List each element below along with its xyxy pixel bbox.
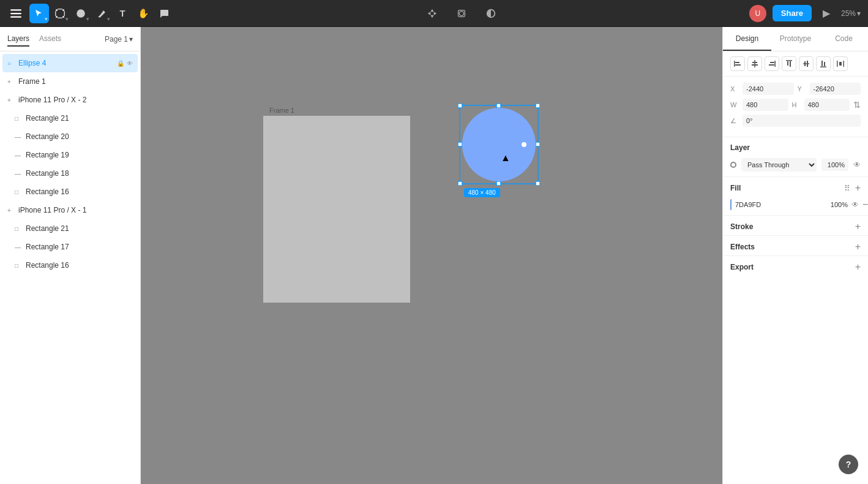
fill-add-button[interactable]: + <box>855 183 861 193</box>
distribute-h-button[interactable] <box>833 56 848 71</box>
layer-name: Ellipse 4 <box>18 59 114 67</box>
layer-name: Rectangle 21 <box>26 114 133 123</box>
layer-icon-rect: □ <box>15 262 23 269</box>
help-button[interactable]: ? <box>839 455 858 474</box>
fill-visibility-icon[interactable]: 👁 <box>851 200 859 209</box>
effects-section-header: Effects + <box>723 236 868 255</box>
x-label: X <box>730 85 739 93</box>
align-top-button[interactable] <box>782 56 796 71</box>
svg-point-13 <box>459 11 463 15</box>
layer-item-rect17[interactable]: — Rectangle 17 <box>2 238 138 256</box>
theme-tool[interactable] <box>481 4 501 23</box>
tab-design[interactable]: Design <box>723 27 771 51</box>
lock-icon[interactable]: 🔒 <box>117 60 124 67</box>
play-button[interactable]: ▶ <box>818 5 835 22</box>
layer-icon-rect: — <box>15 244 23 251</box>
frame-label: Frame 1 <box>269 107 294 114</box>
layer-item-frame1[interactable]: + Frame 1 <box>2 72 138 91</box>
align-middle-button[interactable] <box>799 56 814 71</box>
h-input[interactable] <box>804 99 850 111</box>
visibility-icon[interactable]: 👁 <box>127 60 133 67</box>
tab-prototype[interactable]: Prototype <box>771 27 820 51</box>
select-tool[interactable]: ▾ <box>29 4 49 23</box>
angle-input[interactable] <box>743 115 861 127</box>
layer-item-iphone1[interactable]: + iPhone 11 Pro / X - 1 <box>2 201 138 219</box>
frame-tool[interactable]: ▾ <box>50 4 70 23</box>
w-input[interactable] <box>743 99 788 111</box>
export-section-header: Export + <box>723 256 868 276</box>
fill-opacity-input[interactable] <box>823 201 848 208</box>
alignment-tools <box>723 51 868 77</box>
ellipse-group[interactable]: ▲ 480 × 480 <box>458 104 540 186</box>
x-input[interactable] <box>743 83 794 95</box>
svg-rect-5 <box>56 16 58 18</box>
tab-layers[interactable]: Layers <box>7 32 29 47</box>
svg-rect-9 <box>55 11 56 16</box>
page-selector[interactable]: Page 1 ▾ <box>105 35 133 43</box>
constrain-proportions-button[interactable]: ⇅ <box>853 100 861 110</box>
shape-tool[interactable]: ▾ <box>71 4 91 23</box>
layer-item-rect16a[interactable]: □ Rectangle 16 <box>2 183 138 201</box>
main-area: Layers Assets Page 1 ▾ ○ Ellipse 4 🔒 👁 +… <box>0 27 868 484</box>
svg-rect-25 <box>734 61 735 67</box>
pen-tool[interactable]: ▾ <box>92 4 111 23</box>
blend-mode-select[interactable]: Pass Through <box>741 158 817 172</box>
layer-item-rect18[interactable]: — Rectangle 18 <box>2 164 138 183</box>
canvas-area[interactable]: Frame 1 <box>141 27 722 484</box>
layer-actions: 🔒 👁 <box>117 60 133 67</box>
zoom-selector[interactable]: 25% ▾ <box>841 9 861 18</box>
layer-item-iphone2[interactable]: + iPhone 11 Pro / X - 2 <box>2 91 138 109</box>
layer-icon-frame: + <box>7 78 16 85</box>
layer-item-rect21b[interactable]: □ Rectangle 21 <box>2 219 138 238</box>
layer-name: Rectangle 20 <box>26 132 133 141</box>
position-angle-row: ∠ <box>730 115 861 127</box>
layer-icon-rect: — <box>15 134 23 140</box>
layer-visibility-icon[interactable]: 👁 <box>853 161 861 169</box>
text-tool[interactable]: T <box>113 4 132 23</box>
layer-opacity-input[interactable] <box>821 159 848 171</box>
layer-item-rect16b[interactable]: □ Rectangle 16 <box>2 256 138 274</box>
layer-item-rect21a[interactable]: □ Rectangle 21 <box>2 109 138 127</box>
component-tool[interactable] <box>422 4 442 23</box>
menu-icon[interactable] <box>7 5 24 22</box>
stroke-add-button[interactable]: + <box>855 222 861 232</box>
svg-rect-1 <box>10 12 21 13</box>
svg-rect-45 <box>839 62 842 66</box>
svg-rect-40 <box>820 67 826 68</box>
tab-assets[interactable]: Assets <box>39 32 61 47</box>
effects-add-button[interactable]: + <box>855 242 861 252</box>
svg-rect-21 <box>496 181 501 186</box>
layer-icon-ellipse: ○ <box>7 60 16 67</box>
align-center-h-button[interactable] <box>747 56 762 71</box>
svg-rect-32 <box>770 62 774 63</box>
layer-section-header: Layer <box>723 137 868 156</box>
align-left-button[interactable] <box>730 56 745 71</box>
align-bottom-button[interactable] <box>816 56 831 71</box>
frame-rect <box>263 116 410 303</box>
export-add-button[interactable]: + <box>855 262 861 272</box>
layer-item-rect20[interactable]: — Rectangle 20 <box>2 127 138 146</box>
left-panel: Layers Assets Page 1 ▾ ○ Ellipse 4 🔒 👁 +… <box>0 27 141 484</box>
share-button[interactable]: Share <box>773 5 812 21</box>
fill-style-icon[interactable]: ⠿ <box>844 184 850 193</box>
svg-rect-31 <box>775 61 776 67</box>
fill-remove-button[interactable]: − <box>862 200 868 210</box>
help-area: ? <box>723 453 868 484</box>
fill-color-swatch[interactable] <box>730 199 731 210</box>
effects-section-title: Effects <box>730 243 755 251</box>
align-right-button[interactable] <box>765 56 779 71</box>
svg-rect-27 <box>735 64 741 66</box>
layer-item-rect19[interactable]: — Rectangle 19 <box>2 146 138 164</box>
stroke-section-header: Stroke + <box>723 216 868 235</box>
svg-rect-44 <box>844 61 845 67</box>
layer-icon-rect: □ <box>15 189 23 195</box>
comment-tool[interactable] <box>154 4 174 23</box>
tab-code[interactable]: Code <box>820 27 868 51</box>
layer-item-ellipse4[interactable]: ○ Ellipse 4 🔒 👁 <box>2 54 138 72</box>
y-input[interactable] <box>810 83 861 95</box>
h-label: H <box>792 101 801 108</box>
mask-tool[interactable] <box>452 4 471 23</box>
fill-hex-input[interactable] <box>735 201 820 208</box>
svg-rect-8 <box>58 17 62 18</box>
hand-tool[interactable]: ✋ <box>133 4 153 23</box>
